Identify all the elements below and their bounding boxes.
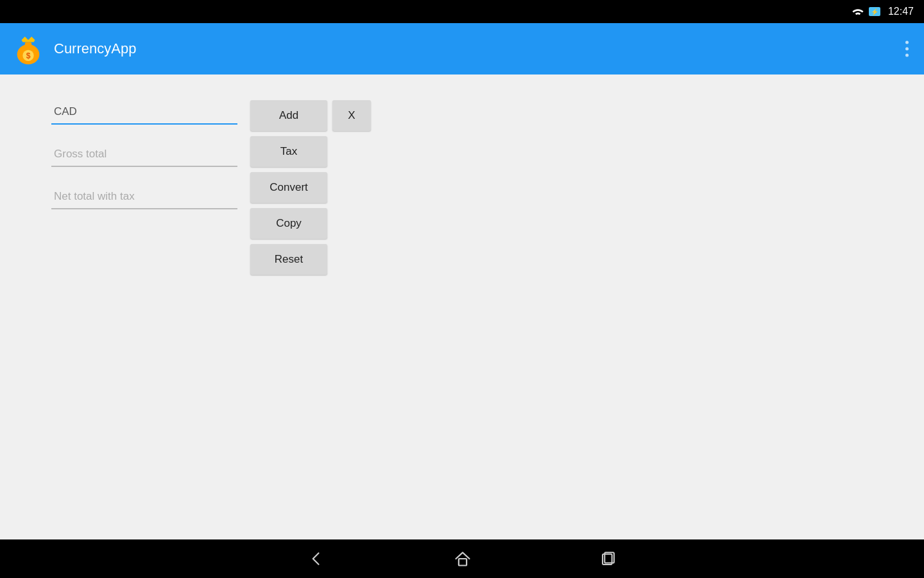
currency-input[interactable]: [51, 100, 237, 125]
add-button[interactable]: Add: [250, 100, 327, 131]
home-button[interactable]: [454, 550, 472, 568]
battery-icon: ⚡: [869, 7, 880, 16]
time-display: 12:47: [888, 6, 914, 17]
form-area: Add X Tax Convert Copy Reset: [51, 100, 873, 275]
svg-rect-5: [459, 559, 466, 566]
status-bar: ⚡ 12:47: [0, 0, 924, 23]
tax-button[interactable]: Tax: [250, 136, 327, 167]
app-title: CurrencyApp: [54, 40, 136, 57]
convert-button[interactable]: Convert: [250, 172, 327, 203]
net-total-input[interactable]: [51, 185, 237, 209]
nav-bar: [0, 539, 924, 578]
inputs-column: [51, 100, 237, 209]
svg-marker-0: [22, 37, 35, 42]
recents-button[interactable]: [600, 550, 617, 567]
money-bag-svg: $: [12, 32, 45, 66]
overflow-menu-button[interactable]: [900, 36, 914, 62]
x-button[interactable]: X: [332, 100, 371, 131]
app-bar: $ CurrencyApp: [0, 23, 924, 74]
copy-button[interactable]: Copy: [250, 208, 327, 239]
svg-text:$: $: [26, 51, 31, 60]
app-icon: $: [10, 31, 46, 67]
overflow-dot-2: [905, 48, 909, 51]
buttons-column: Add X Tax Convert Copy Reset: [250, 100, 371, 275]
add-x-row: Add X: [250, 100, 371, 131]
wifi-icon: [852, 7, 864, 16]
overflow-dot-1: [905, 41, 909, 44]
reset-button[interactable]: Reset: [250, 244, 327, 275]
back-button[interactable]: [307, 550, 325, 568]
main-content: Add X Tax Convert Copy Reset: [0, 74, 924, 539]
svg-rect-4: [25, 42, 31, 47]
overflow-dot-3: [905, 54, 909, 57]
gross-total-input[interactable]: [51, 143, 237, 167]
